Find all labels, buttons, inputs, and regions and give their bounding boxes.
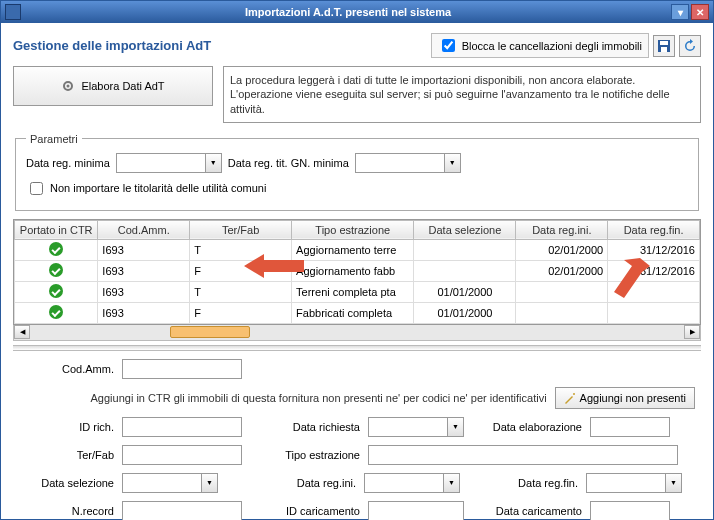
idcaric-label: ID caricamento bbox=[250, 505, 360, 517]
window-title: Importazioni A.d.T. presenti nel sistema bbox=[27, 6, 669, 18]
imports-table: Portato in CTR Cod.Amm. Ter/Fab Tipo est… bbox=[13, 219, 701, 325]
save-button[interactable] bbox=[653, 35, 675, 57]
svg-point-7 bbox=[573, 393, 575, 395]
min-date-tit-input[interactable] bbox=[355, 153, 445, 173]
floppy-icon bbox=[657, 39, 671, 53]
idcaric-input[interactable] bbox=[368, 501, 464, 520]
dataregini-dropdown[interactable]: ▼ bbox=[444, 473, 460, 493]
col-terfab[interactable]: Ter/Fab bbox=[190, 220, 292, 239]
no-import-checkbox[interactable]: Non importare le titolarità delle utilit… bbox=[26, 179, 266, 198]
min-date-label: Data reg. minima bbox=[26, 157, 110, 169]
dataelab-label: Data elaborazione bbox=[472, 421, 582, 433]
gear-icon bbox=[61, 79, 75, 93]
table-row[interactable]: I693TAggiornamento terre02/01/200031/12/… bbox=[15, 239, 700, 260]
block-cancellations-input[interactable] bbox=[442, 39, 455, 52]
nrecord-label: N.record bbox=[19, 505, 114, 517]
page-title: Gestione delle importazioni AdT bbox=[13, 38, 431, 53]
elabora-button[interactable]: Elabora Dati AdT bbox=[13, 66, 213, 106]
refresh-button[interactable] bbox=[679, 35, 701, 57]
svg-rect-1 bbox=[660, 41, 668, 45]
datarich-label: Data richiesta bbox=[250, 421, 360, 433]
description-text: La procedura leggerà i dati di tutte le … bbox=[223, 66, 701, 123]
check-icon bbox=[49, 284, 63, 298]
aggiungi-button[interactable]: Aggiungi non presenti bbox=[555, 387, 695, 409]
aggiungi-label: Aggiungi non presenti bbox=[580, 392, 686, 404]
parametri-fieldset: Parametri Data reg. minima ▼ Data reg. t… bbox=[15, 133, 699, 211]
terfab-input[interactable] bbox=[122, 445, 242, 465]
check-icon bbox=[49, 263, 63, 277]
col-regini[interactable]: Data reg.ini. bbox=[516, 220, 608, 239]
codamm-label: Cod.Amm. bbox=[19, 363, 114, 375]
table-row[interactable]: I693FFabbricati completa01/01/2000 bbox=[15, 302, 700, 323]
aggiungi-hint: Aggiungi in CTR gli immobili di questa f… bbox=[19, 392, 547, 404]
dataregfin-dropdown[interactable]: ▼ bbox=[666, 473, 682, 493]
elabora-label: Elabora Dati AdT bbox=[81, 80, 164, 92]
idrich-input[interactable] bbox=[122, 417, 242, 437]
refresh-icon bbox=[683, 39, 697, 53]
no-import-label: Non importare le titolarità delle utilit… bbox=[50, 182, 266, 194]
no-import-input[interactable] bbox=[30, 182, 43, 195]
idrich-label: ID rich. bbox=[19, 421, 114, 433]
block-cancellations-checkbox[interactable]: Blocca le cancellazioni degli immobili bbox=[431, 33, 649, 58]
col-tipo[interactable]: Tipo estrazione bbox=[292, 220, 414, 239]
col-regfin[interactable]: Data reg.fin. bbox=[608, 220, 700, 239]
close-button[interactable]: ✕ bbox=[691, 4, 709, 20]
check-icon bbox=[49, 305, 63, 319]
datasel-input[interactable] bbox=[122, 473, 202, 493]
datacaric-label: Data caricamento bbox=[472, 505, 582, 517]
min-date-tit-dropdown[interactable]: ▼ bbox=[445, 153, 461, 173]
col-portato[interactable]: Portato in CTR bbox=[15, 220, 98, 239]
dataregini-label: Data reg.ini. bbox=[226, 477, 356, 489]
datasel-label: Data selezione bbox=[19, 477, 114, 489]
min-date-input[interactable] bbox=[116, 153, 206, 173]
datasel-dropdown[interactable]: ▼ bbox=[202, 473, 218, 493]
splitter[interactable] bbox=[13, 345, 701, 351]
minimize-button[interactable]: ▾ bbox=[671, 4, 689, 20]
nrecord-input[interactable] bbox=[122, 501, 242, 520]
col-datasel[interactable]: Data selezione bbox=[414, 220, 516, 239]
titlebar: Importazioni A.d.T. presenti nel sistema… bbox=[1, 1, 713, 23]
svg-point-4 bbox=[67, 85, 70, 88]
scroll-left-button[interactable]: ◀ bbox=[14, 325, 30, 339]
scroll-thumb[interactable] bbox=[170, 326, 250, 338]
h-scrollbar[interactable]: ◀ ▶ bbox=[13, 325, 701, 341]
parametri-legend: Parametri bbox=[26, 133, 82, 145]
terfab-label: Ter/Fab bbox=[19, 449, 114, 461]
dataregfin-input[interactable] bbox=[586, 473, 666, 493]
tipoestr-input[interactable] bbox=[368, 445, 678, 465]
block-cancellations-label: Blocca le cancellazioni degli immobili bbox=[462, 40, 642, 52]
svg-rect-2 bbox=[661, 47, 667, 52]
datacaric-input[interactable] bbox=[590, 501, 670, 520]
col-codamm[interactable]: Cod.Amm. bbox=[98, 220, 190, 239]
datarich-input[interactable] bbox=[368, 417, 448, 437]
dataelab-input[interactable] bbox=[590, 417, 670, 437]
dataregfin-label: Data reg.fin. bbox=[468, 477, 578, 489]
app-icon bbox=[5, 4, 21, 20]
min-date-tit-label: Data reg. tit. GN. minima bbox=[228, 157, 349, 169]
scroll-right-button[interactable]: ▶ bbox=[684, 325, 700, 339]
check-icon bbox=[49, 242, 63, 256]
table-row[interactable]: I693FAggiornamento fabb02/01/200031/12/2… bbox=[15, 260, 700, 281]
min-date-dropdown[interactable]: ▼ bbox=[206, 153, 222, 173]
tipoestr-label: Tipo estrazione bbox=[250, 449, 360, 461]
scroll-track[interactable] bbox=[30, 325, 684, 339]
datarich-dropdown[interactable]: ▼ bbox=[448, 417, 464, 437]
dataregini-input[interactable] bbox=[364, 473, 444, 493]
table-row[interactable]: I693TTerreni completa pta01/01/2000 bbox=[15, 281, 700, 302]
codamm-input[interactable] bbox=[122, 359, 242, 379]
wand-icon bbox=[564, 392, 576, 404]
